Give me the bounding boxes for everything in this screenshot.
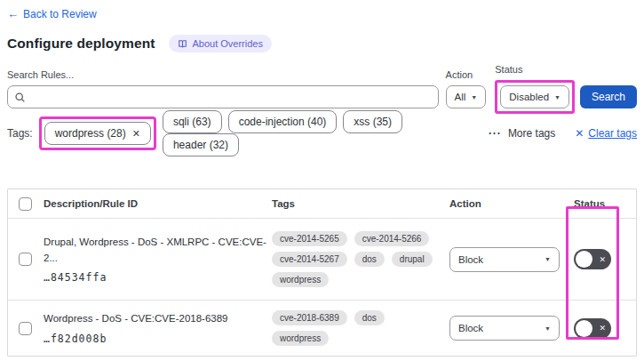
select-all-checkbox[interactable] — [19, 197, 32, 211]
search-icon — [14, 91, 26, 107]
status-filter-label: Status — [495, 64, 575, 75]
tags-label: Tags: — [7, 127, 33, 140]
tag-pill: dos — [354, 252, 385, 267]
toggle-x-icon: ✕ — [599, 255, 606, 263]
tag-pill-list: cve-2018-6389doswordpress — [272, 310, 441, 346]
tag-pill: wordpress — [272, 331, 329, 346]
column-tags: Tags — [272, 198, 449, 209]
row-checkbox-cell — [8, 253, 35, 266]
column-status: Status — [574, 198, 636, 209]
action-filter-label: Action — [446, 69, 487, 80]
action-filter-dropdown[interactable]: All ▼ — [446, 85, 487, 108]
search-rules-label: Search Rules... — [7, 69, 439, 80]
page-title: Configure deployment — [7, 36, 155, 52]
table-row: Drupal, Wordpress - DoS - XMLRPC - CVE:C… — [8, 219, 636, 301]
status-cell: ✕ — [574, 318, 636, 339]
chevron-down-icon: ▼ — [545, 256, 551, 262]
tags-cell: cve-2014-5265cve-2014-5266cve-2014-5267d… — [272, 231, 449, 287]
tag-chip[interactable]: sqli (63) — [163, 110, 222, 133]
action-cell: Block ▼ — [449, 316, 574, 341]
description-cell: Wordpress - DoS - CVE:CVE-2018-6389 …f82… — [35, 311, 272, 344]
action-value: Block — [458, 323, 483, 333]
tag-chip[interactable]: header (32) — [163, 133, 239, 156]
tag-pill: dos — [354, 310, 385, 325]
header-checkbox-cell — [8, 197, 35, 211]
tag-pill: cve-2014-5265 — [272, 231, 347, 246]
filter-row: Search Rules... Action All ▼ Status — [7, 64, 637, 108]
column-action: Action — [449, 198, 574, 209]
search-button[interactable]: Search — [580, 85, 637, 108]
tag-chip-wordpress[interactable]: wordpress (28) ✕ — [44, 122, 151, 145]
remove-tag-icon[interactable]: ✕ — [132, 128, 140, 140]
configure-deployment-page: ← Back to Review Configure deployment Ab… — [0, 0, 644, 361]
tags-bar: Tags: wordpress (28) ✕ sqli (63)code-inj… — [7, 116, 637, 150]
description-cell: Drupal, Wordpress - DoS - XMLRPC - CVE:C… — [35, 235, 272, 284]
back-arrow-icon: ← — [7, 7, 19, 20]
about-overrides-label: About Overrides — [192, 38, 262, 49]
chevron-down-icon: ▼ — [545, 325, 551, 332]
action-filter-value: All — [455, 92, 466, 102]
action-dropdown[interactable]: Block ▼ — [449, 316, 560, 341]
back-link-label: Back to Review — [23, 8, 97, 20]
action-filter-group: Action All ▼ — [446, 69, 487, 108]
about-overrides-badge[interactable]: About Overrides — [169, 35, 271, 52]
ellipsis-icon: ··· — [489, 127, 502, 140]
action-cell: Block ▼ — [449, 247, 574, 272]
tag-chip[interactable]: xss (35) — [343, 110, 402, 133]
tag-chip-list: sqli (63)code-injection (40)xss (35)head… — [163, 110, 478, 156]
status-filter-group: Status Disabled ▼ — [495, 64, 575, 108]
action-dropdown[interactable]: Block ▼ — [449, 247, 560, 272]
active-tag-label: wordpress (28) — [55, 127, 126, 140]
tag-pill: cve-2014-5266 — [354, 231, 430, 246]
clear-tags-label: Clear tags — [588, 127, 637, 140]
more-tags-button[interactable]: ··· More tags — [489, 127, 555, 140]
table-header-row: Description/Rule ID Tags Action Status — [8, 189, 636, 219]
status-filter-value: Disabled — [509, 92, 549, 102]
rule-id: …f82d008b — [44, 333, 272, 345]
status-toggle-off[interactable]: ✕ — [574, 249, 611, 269]
tag-pill-list: cve-2014-5265cve-2014-5266cve-2014-5267d… — [272, 231, 441, 287]
tag-pill: cve-2014-5267 — [272, 252, 347, 267]
column-description: Description/Rule ID — [35, 198, 272, 209]
toggle-knob — [576, 251, 592, 268]
tag-pill: cve-2018-6389 — [272, 310, 347, 325]
book-icon — [178, 39, 187, 49]
more-tags-label: More tags — [508, 127, 555, 140]
active-tag-highlight: wordpress (28) ✕ — [39, 116, 156, 150]
tag-pill: drupal — [392, 252, 433, 267]
action-value: Block — [458, 254, 483, 265]
status-cell: ✕ — [574, 249, 636, 269]
toggle-knob — [576, 320, 592, 337]
status-filter-dropdown[interactable]: Disabled ▼ — [500, 85, 569, 108]
row-checkbox-cell — [8, 322, 35, 335]
tags-cell: cve-2018-6389doswordpress — [272, 310, 449, 346]
rule-description: Wordpress - DoS - CVE:CVE-2018-6389 — [44, 311, 272, 326]
tag-chip[interactable]: code-injection (40) — [228, 110, 338, 133]
back-to-review-link[interactable]: ← Back to Review — [7, 7, 97, 20]
table-row: Wordpress - DoS - CVE:CVE-2018-6389 …f82… — [8, 301, 636, 356]
row-checkbox[interactable] — [19, 322, 32, 335]
tag-pill: wordpress — [272, 272, 329, 287]
status-filter-highlight: Disabled ▼ — [495, 80, 575, 114]
chevron-down-icon: ▼ — [554, 94, 561, 100]
search-box — [7, 85, 439, 108]
row-checkbox[interactable] — [19, 253, 32, 266]
search-rules-input[interactable] — [7, 85, 439, 108]
search-group: Search Rules... — [7, 69, 439, 108]
clear-tags-button[interactable]: ✕ Clear tags — [575, 127, 637, 140]
chevron-down-icon: ▼ — [471, 94, 477, 100]
rule-id: …84534ffa — [44, 271, 272, 284]
rules-table: Description/Rule ID Tags Action Status D… — [7, 189, 637, 357]
toggle-x-icon: ✕ — [599, 325, 606, 333]
rule-description: Drupal, Wordpress - DoS - XMLRPC - CVE:C… — [44, 235, 272, 266]
clear-icon: ✕ — [575, 127, 584, 140]
title-row: Configure deployment About Overrides — [7, 35, 637, 52]
status-toggle-off[interactable]: ✕ — [574, 318, 611, 339]
